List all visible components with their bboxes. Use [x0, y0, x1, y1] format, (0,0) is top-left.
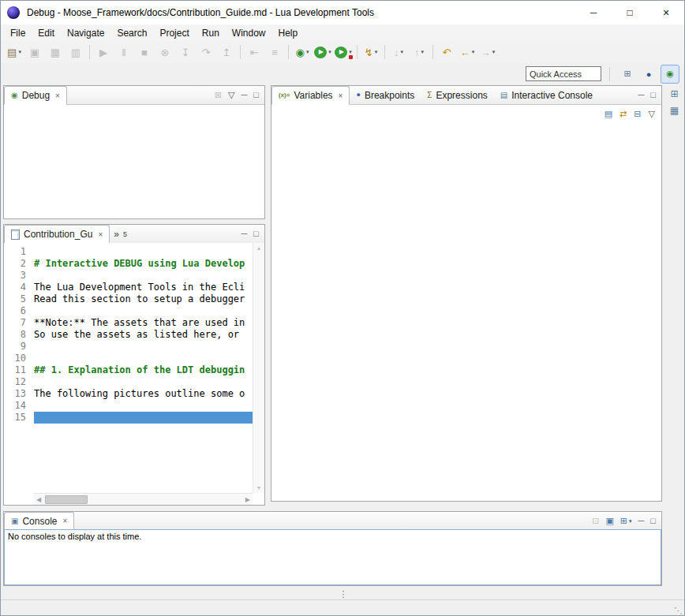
menu-edit[interactable]: Edit — [32, 26, 61, 40]
resize-grip[interactable]: ⋱ — [674, 607, 683, 615]
minimize-view-button[interactable]: ─ — [241, 91, 248, 99]
tab-interactive-console[interactable]: ▤Interactive Console — [494, 86, 599, 104]
open-console-button[interactable]: ⊞▾ — [620, 517, 632, 525]
step-return-button[interactable]: ↥ — [216, 43, 237, 61]
menu-file[interactable]: File — [4, 26, 32, 40]
tab-variables[interactable]: (x)=Variables× — [271, 86, 350, 105]
line-number: 13 — [4, 388, 34, 400]
scroll-left-icon[interactable]: ◀ — [36, 496, 41, 503]
scrollbar-thumb[interactable] — [45, 495, 88, 504]
use-step-filters-button[interactable]: ≡ — [264, 43, 285, 61]
line-text — [34, 341, 253, 353]
editor-line: 3 — [4, 270, 253, 282]
lua-perspective-button[interactable]: ● — [639, 65, 658, 84]
step-into-button[interactable]: ↧ — [175, 43, 196, 61]
maximize-view-button[interactable]: □ — [253, 91, 259, 99]
view-menu-button[interactable]: ▽ — [649, 110, 655, 118]
menu-project[interactable]: Project — [153, 26, 195, 40]
maximize-view-button[interactable]: □ — [650, 91, 656, 99]
file-icon — [11, 230, 20, 240]
scroll-down-icon[interactable]: ▼ — [256, 485, 262, 491]
external-tools-button[interactable]: ▶▾ — [333, 43, 354, 61]
remove-all-terminated-button[interactable]: ⊠ — [215, 91, 222, 99]
print-button[interactable]: ▥ — [66, 43, 86, 61]
tab-debug[interactable]: ◉ Debug × — [4, 86, 67, 105]
new-wizard-button[interactable]: ▤▾ — [4, 43, 24, 61]
close-icon[interactable]: × — [339, 91, 343, 100]
show-logical-structures-button[interactable]: ▤ — [605, 110, 612, 118]
tab-console[interactable]: ▣ Console × — [4, 512, 74, 530]
maximize-view-button[interactable]: □ — [650, 517, 656, 525]
outline-view-button[interactable]: ▦ — [670, 106, 679, 115]
minimize-view-button[interactable]: ─ — [241, 230, 248, 238]
console-tabbar: ▣ Console × ⊡▣⊞▾ ─ □ — [4, 512, 661, 530]
tab-breakpoints[interactable]: ●Breakpoints — [350, 86, 421, 104]
save-all-button[interactable]: ▦ — [45, 43, 66, 61]
close-icon[interactable]: × — [98, 230, 103, 239]
quick-access-box[interactable]: Quick Access — [526, 66, 601, 81]
vertical-scrollbar[interactable]: ▲ ▼ — [253, 243, 264, 493]
disconnect-button[interactable]: ⊗ — [155, 43, 175, 61]
collapse-all-button[interactable]: ⊟ — [634, 110, 641, 118]
interactive-console-icon: ▤ — [500, 91, 507, 99]
app-logo-icon — [7, 6, 20, 19]
show-type-names-button[interactable]: ⇄ — [619, 110, 627, 118]
drop-to-frame-button[interactable]: ⇤ — [244, 43, 264, 61]
editor-line: 14 — [4, 400, 253, 412]
variables-toolbar: ▤⇄⊟▽ — [271, 105, 661, 122]
debug-perspective-button[interactable]: ◉ — [661, 65, 679, 84]
window-maximize-button[interactable]: □ — [612, 1, 648, 24]
menu-search[interactable]: Search — [110, 26, 153, 40]
editor-tabbar: Contribution_Gu × »5 ─ □ — [4, 225, 264, 244]
print-icon: ▥ — [71, 47, 80, 58]
back-button[interactable]: ←▾ — [457, 43, 477, 61]
window-close-button[interactable]: × — [648, 1, 684, 24]
save-button[interactable]: ▣ — [24, 43, 45, 61]
tab-contribution-guide[interactable]: Contribution_Gu × — [4, 225, 110, 244]
maximize-view-button[interactable]: □ — [253, 230, 259, 238]
minimize-view-button[interactable]: ─ — [638, 91, 645, 99]
forward-button[interactable]: →▾ — [477, 43, 498, 61]
step-over-button[interactable]: ↷ — [196, 43, 216, 61]
new-wizard-icon: ▤ — [7, 47, 17, 58]
toolbar-separator — [288, 45, 289, 59]
editor-tab-overflow[interactable]: »5 — [110, 225, 131, 243]
menu-help[interactable]: Help — [272, 26, 305, 40]
last-edit-location-button[interactable]: ↶ — [436, 43, 457, 61]
run-button[interactable]: ▶▾ — [313, 43, 333, 61]
code-editor[interactable]: 12# Interactive DEBUG using Lua Develop3… — [4, 243, 253, 493]
editor-controls: ─ □ — [241, 225, 264, 243]
minimize-view-button[interactable]: ─ — [638, 517, 645, 525]
menu-window[interactable]: Window — [226, 26, 272, 40]
line-text: The Lua Development Tools in the Ecli — [34, 282, 253, 293]
pin-console-button[interactable]: ⊡ — [592, 517, 599, 525]
remove-all-terminated-icon: ⊠ — [215, 91, 222, 99]
restore-view-button[interactable]: ⊞ — [670, 89, 678, 99]
toolbar-separator — [357, 45, 357, 59]
suspend-button[interactable]: ‖ — [114, 43, 134, 61]
dropdown-arrow-icon: ▾ — [492, 49, 496, 55]
line-number: 7 — [4, 317, 34, 329]
terminate-button[interactable]: ■ — [134, 43, 155, 61]
scroll-up-icon[interactable]: ▲ — [256, 245, 262, 251]
sash-handle[interactable]: ⋮ — [338, 588, 349, 599]
horizontal-scrollbar[interactable]: ◀ ▶ — [34, 493, 253, 505]
scroll-right-icon[interactable]: ▶ — [245, 496, 250, 503]
display-console-button[interactable]: ▣ — [605, 517, 613, 525]
debug-button[interactable]: ◉▾ — [292, 43, 313, 61]
open-element-button[interactable]: ↯▾ — [361, 43, 381, 61]
next-annotation-button[interactable]: ↓▾ — [388, 43, 409, 61]
previous-annotation-button[interactable]: ↑▾ — [409, 43, 429, 61]
open-perspective-button[interactable]: ⊞ — [618, 65, 637, 84]
view-menu-button[interactable]: ▽ — [228, 91, 234, 99]
menu-run[interactable]: Run — [196, 26, 226, 40]
tab-label: Debug — [22, 90, 50, 101]
close-icon[interactable]: × — [55, 91, 60, 100]
save-icon: ▣ — [30, 47, 39, 58]
close-icon[interactable]: × — [62, 517, 67, 525]
tab-expressions[interactable]: ΣExpressions — [421, 86, 494, 104]
resume-button[interactable]: ▶ — [93, 43, 114, 61]
menu-navigate[interactable]: Navigate — [61, 26, 110, 40]
window-minimize-button[interactable]: ─ — [575, 1, 612, 24]
debug-view-tabbar: ◉ Debug × ⊠▽ ─ □ — [4, 86, 264, 105]
